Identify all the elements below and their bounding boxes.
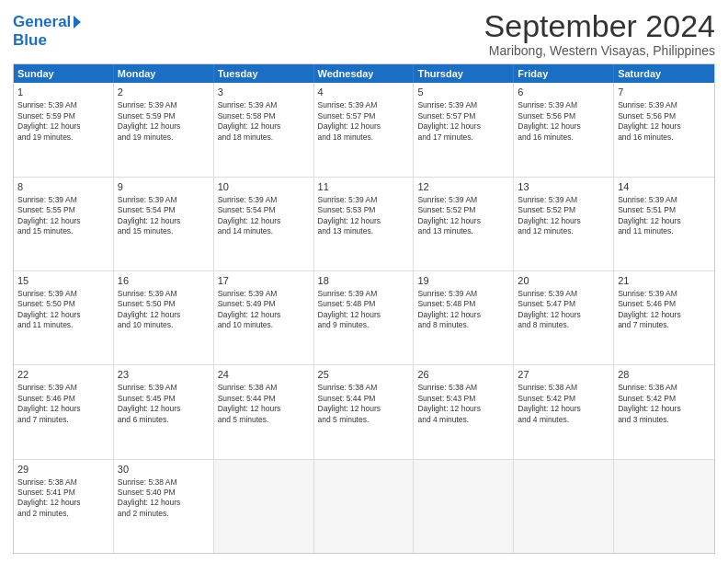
day-19: 19 Sunrise: 5:39 AM Sunset: 5:48 PM Dayl… <box>414 271 514 364</box>
day-num-20: 20 <box>518 274 609 288</box>
day-num-12: 12 <box>417 180 509 194</box>
empty-cell-1 <box>214 460 314 553</box>
day-7: 7 Sunrise: 5:39 AM Sunset: 5:56 PM Dayli… <box>614 83 714 176</box>
day-4: 4 Sunrise: 5:39 AM Sunset: 5:57 PM Dayli… <box>314 83 415 176</box>
day-num-15: 15 <box>17 274 109 288</box>
day-3-line1: Sunrise: 5:39 AM <box>218 100 278 109</box>
day-2-line2: Sunset: 5:59 PM <box>118 111 176 121</box>
day-25: 25 Sunrise: 5:38 AM Sunset: 5:44 PM Dayl… <box>314 365 415 458</box>
day-num-17: 17 <box>218 274 310 288</box>
day-18: 18 Sunrise: 5:39 AM Sunset: 5:48 PM Dayl… <box>314 271 415 364</box>
day-28: 28 Sunrise: 5:38 AM Sunset: 5:42 PM Dayl… <box>614 365 714 458</box>
day-26: 26 Sunrise: 5:38 AM Sunset: 5:43 PM Dayl… <box>414 365 514 458</box>
day-3: 3 Sunrise: 5:39 AM Sunset: 5:58 PM Dayli… <box>214 83 314 176</box>
day-4-line1: Sunrise: 5:39 AM <box>318 100 378 109</box>
day-num-22: 22 <box>17 368 109 382</box>
day-5-line1: Sunrise: 5:39 AM <box>417 100 477 109</box>
day-num-24: 24 <box>218 368 310 382</box>
day-num-14: 14 <box>618 180 711 194</box>
day-5-line2: Sunset: 5:57 PM <box>417 111 475 121</box>
empty-cell-4 <box>514 460 614 553</box>
day-num-9: 9 <box>118 180 210 194</box>
day-15: 15 Sunrise: 5:39 AM Sunset: 5:50 PM Dayl… <box>14 271 114 364</box>
day-6: 6 Sunrise: 5:39 AM Sunset: 5:56 PM Dayli… <box>514 83 614 176</box>
day-2-line4: and 19 minutes. <box>118 132 173 142</box>
day-num-26: 26 <box>417 368 509 382</box>
header-friday: Friday <box>514 64 614 83</box>
day-29: 29 Sunrise: 5:38 AM Sunset: 5:41 PM Dayl… <box>14 460 114 553</box>
day-num-25: 25 <box>318 368 410 382</box>
calendar-body: 1 Sunrise: 5:39 AM Sunset: 5:59 PM Dayli… <box>14 83 714 553</box>
day-3-line4: and 18 minutes. <box>218 132 273 142</box>
calendar-header: Sunday Monday Tuesday Wednesday Thursday… <box>14 64 714 83</box>
day-8: 8 Sunrise: 5:39 AM Sunset: 5:55 PM Dayli… <box>14 178 114 270</box>
day-12: 12 Sunrise: 5:39 AM Sunset: 5:52 PM Dayl… <box>414 178 514 270</box>
day-7-line1: Sunrise: 5:39 AM <box>618 100 677 109</box>
day-num-28: 28 <box>618 368 711 382</box>
day-5-line3: Daylight: 12 hours <box>417 121 481 131</box>
day-2-line3: Daylight: 12 hours <box>118 121 181 131</box>
empty-cell-5 <box>614 460 714 553</box>
day-num-3: 3 <box>218 86 310 99</box>
title-area: September 2024 Maribong, Western Visayas… <box>484 9 715 58</box>
day-num-7: 7 <box>618 86 711 99</box>
day-16: 16 Sunrise: 5:39 AM Sunset: 5:50 PM Dayl… <box>114 271 214 364</box>
page: General Blue September 2024 Maribong, We… <box>0 0 728 563</box>
logo-blue-text: Blue <box>13 31 47 50</box>
day-6-line4: and 16 minutes. <box>518 132 573 142</box>
header-monday: Monday <box>114 64 214 83</box>
day-6-line3: Daylight: 12 hours <box>518 121 581 131</box>
week-row-4: 22 Sunrise: 5:39 AM Sunset: 5:46 PM Dayl… <box>14 365 714 459</box>
day-num-11: 11 <box>318 180 410 194</box>
header-tuesday: Tuesday <box>214 64 314 83</box>
logo-icon <box>74 16 81 29</box>
header-saturday: Saturday <box>614 64 714 83</box>
day-7-line2: Sunset: 5:56 PM <box>618 111 676 121</box>
day-num-18: 18 <box>318 274 410 288</box>
day-1-line1: Sunrise: 5:39 AM <box>17 100 77 109</box>
day-2-line1: Sunrise: 5:39 AM <box>118 100 177 109</box>
day-17: 17 Sunrise: 5:39 AM Sunset: 5:49 PM Dayl… <box>214 271 314 364</box>
day-13: 13 Sunrise: 5:39 AM Sunset: 5:52 PM Dayl… <box>514 178 614 270</box>
week-row-5: 29 Sunrise: 5:38 AM Sunset: 5:41 PM Dayl… <box>14 460 714 553</box>
day-num-1: 1 <box>17 86 109 99</box>
day-6-line2: Sunset: 5:56 PM <box>518 111 575 121</box>
day-num-8: 8 <box>17 180 109 194</box>
logo-general-text: General <box>13 13 71 31</box>
day-num-23: 23 <box>118 368 210 382</box>
day-11: 11 Sunrise: 5:39 AM Sunset: 5:53 PM Dayl… <box>314 178 415 270</box>
day-14: 14 Sunrise: 5:39 AM Sunset: 5:51 PM Dayl… <box>614 178 714 270</box>
day-1-line2: Sunset: 5:59 PM <box>17 111 75 121</box>
day-1: 1 Sunrise: 5:39 AM Sunset: 5:59 PM Dayli… <box>14 83 114 176</box>
day-num-6: 6 <box>518 86 609 99</box>
day-4-line2: Sunset: 5:57 PM <box>318 111 376 121</box>
day-6-line1: Sunrise: 5:39 AM <box>518 100 577 109</box>
header-thursday: Thursday <box>414 64 514 83</box>
week-row-3: 15 Sunrise: 5:39 AM Sunset: 5:50 PM Dayl… <box>14 271 714 365</box>
day-2: 2 Sunrise: 5:39 AM Sunset: 5:59 PM Dayli… <box>114 83 214 176</box>
day-3-line2: Sunset: 5:58 PM <box>218 111 276 121</box>
day-7-line3: Daylight: 12 hours <box>618 121 681 131</box>
logo: General Blue <box>13 9 81 50</box>
day-3-line3: Daylight: 12 hours <box>218 121 281 131</box>
month-title: September 2024 <box>484 9 715 43</box>
week-row-1: 1 Sunrise: 5:39 AM Sunset: 5:59 PM Dayli… <box>14 83 714 177</box>
day-24: 24 Sunrise: 5:38 AM Sunset: 5:44 PM Dayl… <box>214 365 314 458</box>
day-27: 27 Sunrise: 5:38 AM Sunset: 5:42 PM Dayl… <box>514 365 614 458</box>
day-1-line3: Daylight: 12 hours <box>17 121 81 131</box>
day-4-line3: Daylight: 12 hours <box>318 121 381 131</box>
day-30: 30 Sunrise: 5:38 AM Sunset: 5:40 PM Dayl… <box>114 460 214 553</box>
day-num-16: 16 <box>118 274 210 288</box>
day-num-27: 27 <box>518 368 609 382</box>
day-5: 5 Sunrise: 5:39 AM Sunset: 5:57 PM Dayli… <box>414 83 514 176</box>
day-num-30: 30 <box>118 463 210 477</box>
day-1-line4: and 19 minutes. <box>17 132 73 142</box>
day-num-2: 2 <box>118 86 210 99</box>
day-num-29: 29 <box>17 463 109 477</box>
day-21: 21 Sunrise: 5:39 AM Sunset: 5:46 PM Dayl… <box>614 271 714 364</box>
day-23: 23 Sunrise: 5:39 AM Sunset: 5:45 PM Dayl… <box>114 365 214 458</box>
day-num-4: 4 <box>318 86 410 99</box>
day-10: 10 Sunrise: 5:39 AM Sunset: 5:54 PM Dayl… <box>214 178 314 270</box>
day-20: 20 Sunrise: 5:39 AM Sunset: 5:47 PM Dayl… <box>514 271 614 364</box>
day-num-21: 21 <box>618 274 711 288</box>
